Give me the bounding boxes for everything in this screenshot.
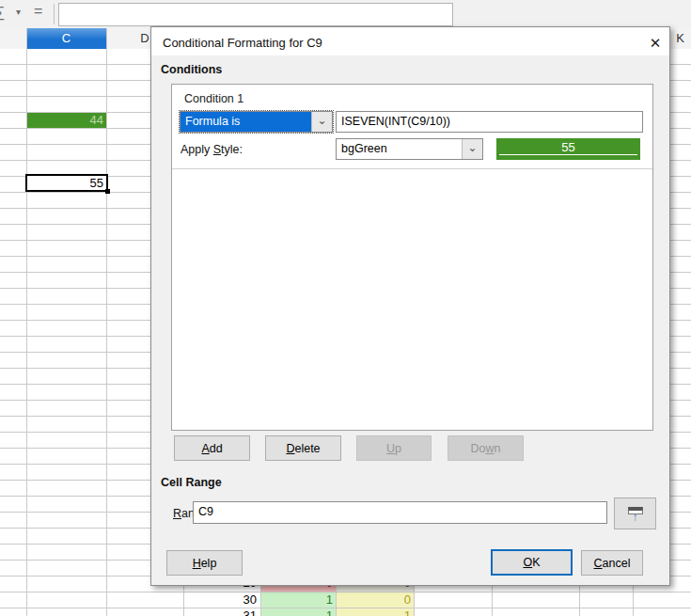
- label-part: O: [523, 556, 532, 569]
- cancel-button[interactable]: Cancel: [581, 550, 643, 576]
- label-part: A: [201, 442, 209, 455]
- close-icon[interactable]: ✕: [644, 33, 667, 54]
- label-part: S: [213, 143, 221, 156]
- up-button[interactable]: Up: [356, 435, 432, 461]
- help-button[interactable]: Help: [166, 550, 243, 576]
- down-button[interactable]: Down: [448, 435, 524, 461]
- label-part: Do: [471, 442, 486, 455]
- cell-f31[interactable]: 1: [261, 608, 336, 616]
- label-part: R: [173, 507, 181, 520]
- shrink-arrow-icon: ↑: [633, 513, 638, 521]
- apply-style-dropdown[interactable]: bgGreen ⌄: [336, 138, 483, 160]
- equals-icon[interactable]: =: [34, 3, 42, 20]
- condition-formula-input[interactable]: ISEVEN(INT(C9/10)): [336, 111, 643, 133]
- conditions-list[interactable]: Condition 1 Formula is ⌄ ISEVEN(INT(C9/1…: [171, 84, 653, 431]
- cell-range-section-label: Cell Range: [161, 476, 222, 489]
- chevron-down-icon[interactable]: ⌄: [462, 139, 482, 159]
- label-part: U: [386, 442, 395, 455]
- cell-e31[interactable]: 31: [183, 608, 259, 616]
- cell-value: 55: [90, 176, 103, 190]
- cell-g30[interactable]: 0: [337, 592, 414, 608]
- cell-c9-selected[interactable]: 55: [25, 174, 108, 192]
- apply-style-value: bgGreen: [337, 139, 462, 159]
- condition-1-label: Condition 1: [184, 92, 243, 105]
- formula-bar: ∑ ▾ =: [0, 0, 691, 29]
- cell-g29-clipped[interactable]: 0: [337, 585, 414, 592]
- range-input[interactable]: C9: [193, 501, 607, 524]
- shrink-button[interactable]: ↑: [614, 498, 656, 529]
- label-part: dd: [210, 442, 223, 455]
- column-header-k[interactable]: K: [669, 28, 691, 49]
- cell-f30[interactable]: 1: [261, 592, 336, 608]
- gridline: [106, 28, 107, 616]
- ok-button[interactable]: OK: [491, 549, 573, 576]
- cell-e29-clipped[interactable]: 29: [183, 585, 259, 592]
- conditional-formatting-dialog: Conditional Formatting for C9 ✕ Conditio…: [150, 26, 670, 586]
- sum-icon[interactable]: ∑: [0, 4, 5, 21]
- toolbar-separator: [54, 4, 55, 24]
- label-part: tyle:: [221, 143, 243, 156]
- chevron-down-icon[interactable]: ▾: [16, 7, 21, 17]
- condition-separator: [172, 168, 652, 169]
- label-part: elete: [294, 442, 320, 455]
- cell-f29-clipped[interactable]: 0: [261, 585, 336, 592]
- column-header-c[interactable]: C: [26, 28, 106, 49]
- screen: ∑ ▾ = C D K 44 55 29 0 0 30 1 0 31 1 1 C…: [0, 0, 691, 616]
- gridline: [633, 585, 634, 616]
- cell-g31[interactable]: 1: [337, 608, 414, 616]
- condition-type-value: Formula is: [181, 112, 311, 132]
- label-part: n: [495, 442, 501, 455]
- fill-handle[interactable]: [105, 189, 110, 194]
- label-part: p: [395, 442, 401, 455]
- formula-input[interactable]: [58, 3, 453, 26]
- label-part: C: [594, 557, 603, 570]
- conditions-section-label: Conditions: [161, 63, 222, 76]
- label-part: ancel: [603, 557, 631, 570]
- condition-type-dropdown[interactable]: Formula is ⌄: [180, 111, 333, 133]
- preview-underline: [499, 154, 637, 155]
- label-part: w: [486, 442, 495, 455]
- cell-e30[interactable]: 30: [183, 592, 259, 608]
- style-preview-swatch: 55: [496, 138, 640, 160]
- apply-style-label: Apply Style:: [181, 143, 243, 156]
- chevron-down-icon[interactable]: ⌄: [311, 112, 332, 132]
- preview-text: 55: [561, 140, 574, 154]
- label-part: H: [193, 557, 201, 570]
- label-part: elp: [201, 557, 217, 570]
- label-part: Apply: [181, 143, 213, 156]
- gridline: [579, 585, 580, 616]
- add-button[interactable]: Add: [174, 435, 250, 461]
- cell-c5-green[interactable]: 44: [27, 113, 106, 128]
- label-part: K: [532, 556, 540, 569]
- dialog-title: Conditional Formatting for C9: [163, 36, 322, 50]
- delete-button[interactable]: Delete: [265, 435, 341, 461]
